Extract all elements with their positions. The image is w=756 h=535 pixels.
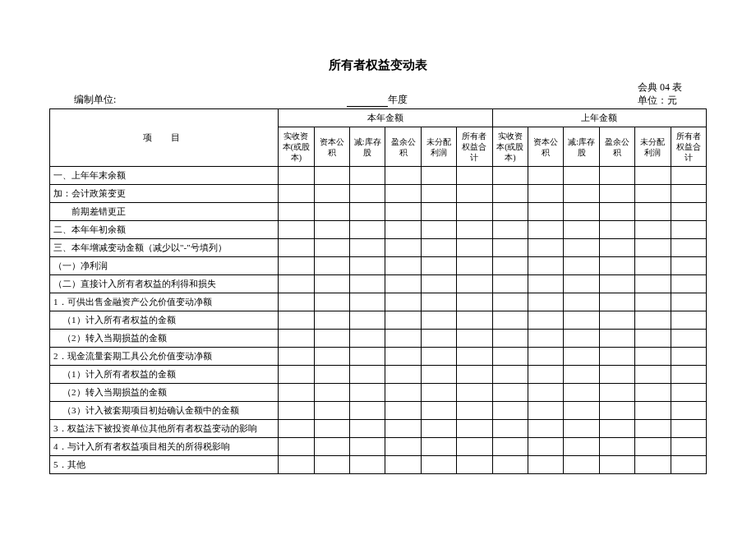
data-cell[interactable]: [635, 456, 671, 474]
data-cell[interactable]: [279, 456, 314, 474]
data-cell[interactable]: [492, 311, 528, 330]
data-cell[interactable]: [421, 221, 456, 239]
data-cell[interactable]: [528, 402, 564, 420]
data-cell[interactable]: [564, 384, 599, 402]
data-cell[interactable]: [599, 257, 634, 275]
data-cell[interactable]: [279, 330, 314, 348]
data-cell[interactable]: [492, 456, 528, 474]
data-cell[interactable]: [350, 330, 385, 348]
data-cell[interactable]: [279, 293, 314, 311]
data-cell[interactable]: [528, 167, 564, 185]
data-cell[interactable]: [492, 257, 528, 275]
data-cell[interactable]: [350, 384, 385, 402]
data-cell[interactable]: [528, 384, 564, 402]
data-cell[interactable]: [635, 438, 671, 456]
data-cell[interactable]: [421, 167, 456, 185]
data-cell[interactable]: [564, 366, 599, 384]
data-cell[interactable]: [421, 366, 456, 384]
data-cell[interactable]: [457, 456, 492, 474]
data-cell[interactable]: [385, 420, 421, 438]
data-cell[interactable]: [421, 456, 456, 474]
data-cell[interactable]: [671, 420, 706, 438]
data-cell[interactable]: [385, 330, 421, 348]
data-cell[interactable]: [671, 257, 706, 275]
data-cell[interactable]: [528, 348, 564, 366]
data-cell[interactable]: [314, 420, 349, 438]
data-cell[interactable]: [599, 456, 634, 474]
data-cell[interactable]: [314, 257, 349, 275]
data-cell[interactable]: [279, 366, 314, 384]
data-cell[interactable]: [279, 239, 314, 257]
data-cell[interactable]: [564, 330, 599, 348]
data-cell[interactable]: [528, 438, 564, 456]
data-cell[interactable]: [385, 456, 421, 474]
data-cell[interactable]: [421, 257, 456, 275]
data-cell[interactable]: [350, 167, 385, 185]
data-cell[interactable]: [314, 203, 349, 221]
data-cell[interactable]: [385, 311, 421, 330]
data-cell[interactable]: [350, 275, 385, 293]
data-cell[interactable]: [314, 384, 349, 402]
data-cell[interactable]: [314, 438, 349, 456]
data-cell[interactable]: [635, 420, 671, 438]
data-cell[interactable]: [350, 456, 385, 474]
data-cell[interactable]: [385, 185, 421, 203]
data-cell[interactable]: [421, 311, 456, 330]
data-cell[interactable]: [350, 293, 385, 311]
data-cell[interactable]: [671, 402, 706, 420]
data-cell[interactable]: [457, 311, 492, 330]
data-cell[interactable]: [564, 311, 599, 330]
data-cell[interactable]: [350, 185, 385, 203]
data-cell[interactable]: [279, 311, 314, 330]
data-cell[interactable]: [671, 239, 706, 257]
data-cell[interactable]: [279, 257, 314, 275]
data-cell[interactable]: [385, 239, 421, 257]
data-cell[interactable]: [421, 330, 456, 348]
data-cell[interactable]: [599, 366, 634, 384]
data-cell[interactable]: [385, 203, 421, 221]
data-cell[interactable]: [635, 167, 671, 185]
data-cell[interactable]: [350, 420, 385, 438]
data-cell[interactable]: [350, 203, 385, 221]
data-cell[interactable]: [564, 275, 599, 293]
data-cell[interactable]: [528, 456, 564, 474]
data-cell[interactable]: [457, 203, 492, 221]
data-cell[interactable]: [279, 185, 314, 203]
data-cell[interactable]: [528, 275, 564, 293]
data-cell[interactable]: [564, 348, 599, 366]
data-cell[interactable]: [671, 456, 706, 474]
data-cell[interactable]: [599, 348, 634, 366]
data-cell[interactable]: [385, 167, 421, 185]
data-cell[interactable]: [599, 293, 634, 311]
data-cell[interactable]: [564, 185, 599, 203]
data-cell[interactable]: [314, 167, 349, 185]
data-cell[interactable]: [671, 330, 706, 348]
data-cell[interactable]: [671, 348, 706, 366]
data-cell[interactable]: [279, 167, 314, 185]
data-cell[interactable]: [457, 239, 492, 257]
data-cell[interactable]: [599, 384, 634, 402]
data-cell[interactable]: [314, 330, 349, 348]
data-cell[interactable]: [350, 257, 385, 275]
data-cell[interactable]: [599, 311, 634, 330]
data-cell[interactable]: [350, 311, 385, 330]
data-cell[interactable]: [564, 239, 599, 257]
data-cell[interactable]: [528, 366, 564, 384]
data-cell[interactable]: [457, 293, 492, 311]
data-cell[interactable]: [635, 257, 671, 275]
data-cell[interactable]: [457, 438, 492, 456]
data-cell[interactable]: [350, 366, 385, 384]
data-cell[interactable]: [564, 456, 599, 474]
data-cell[interactable]: [385, 293, 421, 311]
data-cell[interactable]: [564, 203, 599, 221]
data-cell[interactable]: [457, 330, 492, 348]
data-cell[interactable]: [599, 167, 634, 185]
data-cell[interactable]: [635, 384, 671, 402]
data-cell[interactable]: [564, 420, 599, 438]
data-cell[interactable]: [671, 366, 706, 384]
data-cell[interactable]: [314, 275, 349, 293]
data-cell[interactable]: [599, 239, 634, 257]
data-cell[interactable]: [635, 239, 671, 257]
data-cell[interactable]: [492, 167, 528, 185]
data-cell[interactable]: [457, 167, 492, 185]
